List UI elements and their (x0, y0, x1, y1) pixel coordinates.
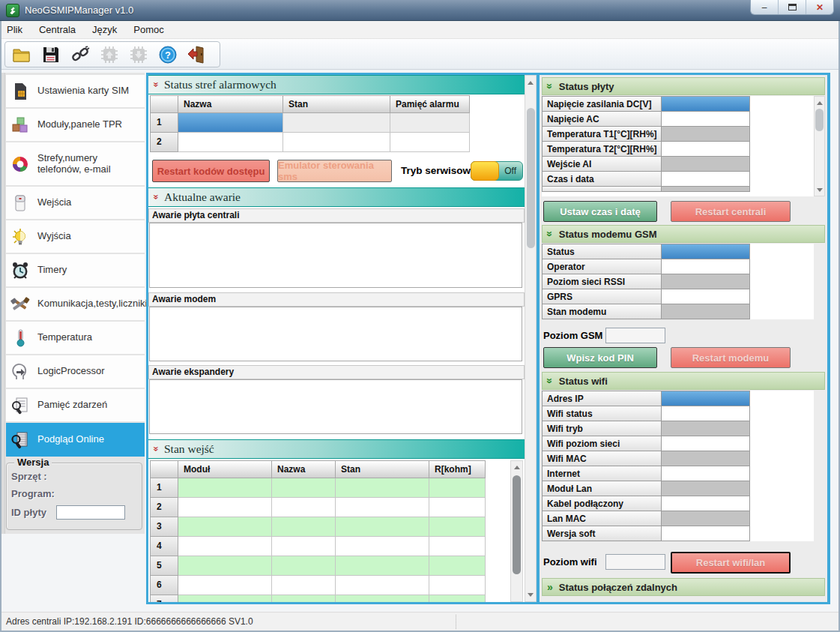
zones-col-stan[interactable]: Stan (283, 95, 390, 113)
sidebar-item-inputs[interactable]: Wejścia (6, 187, 145, 219)
restart-access-codes-button[interactable]: Restart kodów dostępu (152, 160, 270, 182)
inputs-col-modul[interactable]: Moduł (178, 460, 272, 478)
inputs-cell[interactable] (178, 498, 272, 517)
inputs-cell[interactable] (272, 498, 336, 517)
wifi-row-value[interactable] (662, 496, 750, 511)
scroll-up-icon[interactable] (815, 97, 824, 109)
wifi-row-value[interactable] (662, 451, 750, 466)
sidebar-item-outputs[interactable]: Wyjścia (6, 220, 145, 253)
open-folder-button[interactable] (9, 43, 34, 66)
board-row-value[interactable] (662, 171, 750, 187)
scrollbar-thumb[interactable] (513, 475, 521, 574)
inputs-cell[interactable] (336, 556, 429, 576)
restart-modem-button[interactable]: Restart modemu (671, 347, 791, 368)
zones-section-header[interactable]: » Status stref alarmowych (148, 75, 525, 94)
sidebar-item-modules[interactable]: Moduły,panele TPR (6, 109, 145, 141)
middle-panel-scrollbar[interactable] (525, 75, 537, 602)
scrollbar-thumb[interactable] (527, 108, 535, 248)
gsm-row-value[interactable] (662, 289, 750, 304)
scroll-down-icon[interactable] (525, 589, 536, 601)
board-grid-scrollbar[interactable] (814, 96, 825, 196)
inputs-cell[interactable] (429, 517, 486, 537)
inputs-cell[interactable] (336, 595, 429, 602)
remote-connections-header[interactable]: » Status połączeń zdalnych (542, 578, 825, 596)
inputs-cell[interactable] (178, 478, 272, 498)
zones-cell[interactable] (283, 133, 390, 152)
inputs-col-nazwa[interactable]: Nazwa (272, 460, 336, 478)
board-row-value[interactable] (662, 96, 750, 112)
board-row-value[interactable] (662, 156, 750, 172)
sidebar-item-timers[interactable]: Timery (6, 254, 145, 286)
sidebar-item-sim[interactable]: Ustawienia karty SIM (6, 75, 145, 107)
wifi-row-value[interactable] (662, 511, 750, 526)
inputs-cell[interactable] (429, 478, 486, 498)
inputs-cell[interactable] (272, 517, 336, 537)
inputs-col-stan[interactable]: Stan (336, 460, 429, 478)
inputs-cell[interactable] (336, 576, 429, 595)
zones-cell[interactable] (283, 113, 390, 133)
wifi-level-field[interactable] (605, 554, 665, 570)
zones-cell[interactable] (390, 113, 470, 133)
menu-jezyk[interactable]: Język (84, 21, 125, 39)
sidebar-item-zones[interactable]: Strefy,numery telefonów, e-mail (6, 142, 145, 185)
inputs-cell[interactable] (178, 576, 272, 595)
board-row-value[interactable] (662, 111, 750, 127)
menu-pomoc[interactable]: Pomoc (125, 21, 172, 39)
scroll-down-icon[interactable] (815, 184, 824, 196)
faults-section-header[interactable]: » Aktualne awarie (148, 187, 525, 207)
maximize-button[interactable] (779, 0, 806, 14)
gsm-row-value[interactable] (662, 259, 750, 274)
wifi-row-value[interactable] (662, 406, 750, 421)
gsm-status-header[interactable]: » Status modemu GSM (542, 225, 825, 243)
inputs-cell[interactable] (336, 498, 429, 517)
inputs-cell[interactable] (272, 556, 336, 576)
inputs-cell[interactable] (429, 576, 486, 595)
restart-wifi-lan-button[interactable]: Restart wifi/lan (671, 552, 791, 574)
inputs-cell[interactable] (272, 576, 336, 595)
inputs-cell[interactable] (272, 595, 336, 602)
inputs-cell[interactable] (429, 556, 486, 576)
inputs-section-header[interactable]: » Stan wejść (148, 439, 525, 459)
inputs-cell[interactable] (336, 517, 429, 537)
wifi-row-value[interactable] (662, 466, 750, 481)
service-mode-toggle[interactable]: Off (471, 161, 523, 181)
minimize-button[interactable]: – (751, 0, 779, 14)
sidebar-item-event-memory[interactable]: Pamięć zdarzeń (6, 389, 145, 421)
zones-col-pamiec[interactable]: Pamięć alarmu (390, 95, 470, 113)
board-id-field[interactable] (56, 505, 125, 520)
sidebar-item-temperature[interactable]: Temperatura (6, 322, 145, 354)
inputs-cell[interactable] (336, 537, 429, 556)
gsm-level-field[interactable] (605, 328, 665, 343)
close-button[interactable]: ✕ (806, 0, 833, 14)
board-status-header[interactable]: » Status płyty (542, 77, 825, 95)
board-row-value[interactable] (662, 126, 750, 142)
help-button[interactable]: ? (155, 43, 181, 66)
sidebar-item-communication[interactable]: Komunikacja,testy,liczniki (6, 288, 145, 320)
inputs-cell[interactable] (429, 537, 486, 556)
scrollbar-thumb[interactable] (815, 109, 824, 131)
inputs-cell[interactable] (178, 556, 272, 576)
inputs-cell[interactable] (178, 537, 272, 556)
wifi-row-value[interactable] (662, 436, 750, 451)
sidebar-item-online-preview[interactable]: Podgląd Online (6, 423, 145, 457)
sidebar-item-logicprocessor[interactable]: LogicProcessor (6, 355, 145, 388)
board-faults-box[interactable] (149, 223, 522, 288)
wifi-status-header[interactable]: » Status wifi (542, 372, 825, 390)
sms-emulator-button[interactable]: Emulator sterowania sms (277, 160, 392, 182)
menu-plik[interactable]: Plik (0, 21, 31, 39)
wifi-row-value[interactable] (662, 391, 750, 406)
wifi-row-value[interactable] (662, 526, 750, 541)
zones-cell-selected[interactable] (178, 113, 283, 133)
exit-button[interactable] (184, 43, 210, 66)
scroll-up-icon[interactable] (525, 76, 536, 88)
wifi-row-value[interactable] (662, 421, 750, 436)
save-button[interactable] (38, 43, 64, 66)
connect-button[interactable] (67, 43, 93, 66)
board-row-value[interactable] (662, 186, 750, 192)
gsm-row-value[interactable] (662, 274, 750, 289)
board-row-value[interactable] (662, 141, 750, 157)
set-datetime-button[interactable]: Ustaw czas i datę (543, 201, 657, 222)
zones-cell[interactable] (390, 133, 470, 152)
wifi-row-value[interactable] (662, 481, 750, 496)
inputs-cell[interactable] (178, 595, 272, 602)
